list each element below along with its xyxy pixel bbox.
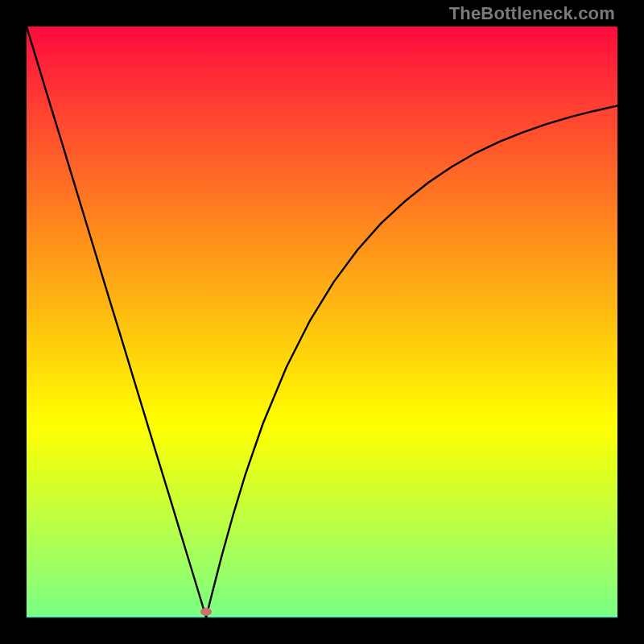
bottleneck-curve bbox=[27, 27, 617, 617]
watermark-text: TheBottleneck.com bbox=[449, 3, 615, 24]
chart-frame: TheBottleneck.com bbox=[0, 0, 644, 644]
plot-area bbox=[27, 27, 617, 617]
optimum-marker bbox=[200, 608, 212, 616]
